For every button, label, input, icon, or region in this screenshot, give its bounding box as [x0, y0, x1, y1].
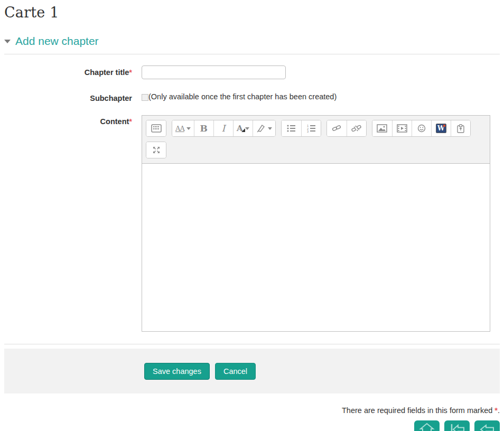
- content-row: Content*: [4, 115, 500, 332]
- required-note-period: .: [498, 406, 500, 415]
- atto-toolbar: AA B I A: [142, 116, 490, 163]
- previous-page-icon: [479, 423, 495, 431]
- font-color-icon: A: [237, 124, 243, 133]
- required-note-text: There are required fields in this form m…: [342, 406, 494, 415]
- clipboard-button[interactable]: [451, 120, 470, 136]
- link-icon: [332, 124, 341, 133]
- toolbar-group-fullscreen: [146, 142, 166, 158]
- content-label: Content*: [4, 115, 142, 126]
- page: Carte 1 Add new chapter Chapter title* S…: [0, 0, 504, 431]
- font-family-button[interactable]: AA: [172, 120, 194, 136]
- font-family-icon: AA: [175, 125, 184, 133]
- clipboard-icon: [456, 124, 465, 133]
- word-import-icon: W: [436, 124, 446, 133]
- fullscreen-icon: [152, 146, 161, 154]
- required-marker: *: [129, 68, 132, 77]
- chevron-down-icon: [186, 127, 191, 130]
- highlighter-button[interactable]: [253, 120, 275, 136]
- unlink-button[interactable]: [347, 120, 366, 136]
- previous-page-button[interactable]: [474, 420, 500, 431]
- italic-button[interactable]: I: [213, 120, 233, 136]
- page-title: Carte 1: [4, 0, 500, 21]
- toolbar-group-media: W: [372, 120, 471, 137]
- toolbar-group-links: [326, 120, 367, 137]
- section-divider: [4, 54, 500, 54]
- subchapter-note: (Only available once the first chapter h…: [148, 92, 337, 101]
- book-navigation: [4, 420, 500, 431]
- form-action-bar: Save changes Cancel: [4, 349, 500, 393]
- media-button[interactable]: [392, 120, 412, 136]
- toolbar-row-2: [146, 142, 486, 158]
- link-button[interactable]: [327, 120, 347, 136]
- first-page-icon: [449, 423, 465, 431]
- toolbar-row-1: AA B I A: [146, 120, 486, 137]
- atto-editor: AA B I A: [142, 115, 490, 332]
- subchapter-label-text: Subchapter: [90, 94, 132, 102]
- media-icon: [397, 124, 407, 133]
- chapter-title-label: Chapter title*: [4, 68, 142, 77]
- image-button[interactable]: [372, 120, 392, 136]
- unordered-list-button[interactable]: [282, 120, 301, 136]
- subchapter-row: Subchapter (Only available once the firs…: [4, 92, 500, 102]
- chevron-down-icon: [245, 127, 249, 130]
- toolbar-group-collapse: [146, 120, 166, 137]
- chevron-down-icon: [268, 127, 272, 130]
- home-button[interactable]: [414, 420, 440, 431]
- collapse-toolbar-icon: [151, 124, 162, 133]
- first-page-button[interactable]: [444, 420, 470, 431]
- content-label-text: Content: [100, 117, 129, 126]
- subchapter-checkbox[interactable]: [142, 94, 148, 101]
- chapter-title-input[interactable]: [142, 65, 286, 79]
- fullscreen-button[interactable]: [146, 142, 166, 158]
- font-color-button[interactable]: A: [233, 120, 253, 136]
- home-icon: [419, 423, 435, 431]
- caret-down-icon: [4, 40, 11, 43]
- collapse-toolbar-button[interactable]: [146, 120, 166, 136]
- section-title: Add new chapter: [15, 35, 99, 48]
- bold-icon: B: [200, 123, 208, 134]
- bold-button[interactable]: B: [194, 120, 213, 136]
- italic-icon: I: [221, 123, 225, 134]
- toolbar-group-lists: 1 2 3: [281, 120, 321, 137]
- image-icon: [377, 124, 387, 133]
- unordered-list-icon: [286, 124, 296, 133]
- emoticon-icon: [417, 124, 426, 133]
- form-end-divider: [4, 344, 500, 344]
- svg-text:3: 3: [307, 130, 309, 133]
- content-editable-area[interactable]: [142, 163, 490, 331]
- ordered-list-button[interactable]: 1 2 3: [301, 120, 321, 136]
- emoticon-button[interactable]: [412, 120, 431, 136]
- chapter-title-row: Chapter title*: [4, 65, 500, 79]
- toolbar-group-text-style: AA B I A: [172, 120, 276, 137]
- required-marker: *: [129, 117, 132, 126]
- ordered-list-icon: 1 2 3: [306, 124, 316, 133]
- section-toggle-add-new-chapter[interactable]: Add new chapter: [4, 35, 500, 48]
- highlighter-icon: [256, 124, 266, 133]
- subchapter-label: Subchapter: [4, 92, 142, 102]
- unlink-icon: [351, 124, 362, 133]
- chapter-title-label-text: Chapter title: [85, 68, 129, 77]
- save-changes-button[interactable]: Save changes: [144, 363, 210, 380]
- word-import-button[interactable]: W: [431, 120, 451, 136]
- required-fields-note: There are required fields in this form m…: [4, 406, 500, 415]
- cancel-button[interactable]: Cancel: [215, 363, 256, 380]
- subchapter-field: (Only available once the first chapter h…: [142, 92, 337, 101]
